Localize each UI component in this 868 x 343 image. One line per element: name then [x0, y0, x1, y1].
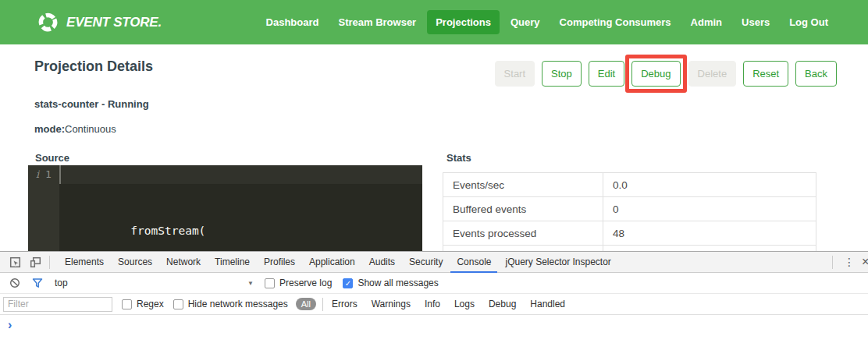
filter-divider [322, 298, 323, 311]
regex-label: Regex [137, 299, 164, 309]
nav-item[interactable]: Query [502, 10, 549, 34]
checkbox-checked-icon: ✓ [343, 278, 353, 288]
stat-label: Buffered events [443, 197, 603, 221]
preserve-log-checkbox[interactable]: Preserve log [265, 278, 332, 288]
stat-label: Events/sec [443, 173, 603, 197]
action-button-wrap: Back [795, 61, 837, 87]
filter-levels: Errors Warnings Info Logs Debug Handled [325, 299, 572, 309]
devtools-tab[interactable]: Security [403, 252, 449, 273]
hide-network-messages-label: Hide network messages [188, 299, 288, 309]
console-filter-bar: Regex Hide network messages All Errors W… [0, 294, 868, 315]
projection-name-status: stats-counter - Running [34, 98, 149, 110]
preserve-log-label: Preserve log [279, 278, 332, 288]
devtools-tab[interactable]: Application [303, 252, 361, 273]
action-button-wrap: Delete [688, 61, 737, 87]
console-filter-input[interactable] [3, 297, 112, 312]
action-button[interactable]: Debug [631, 61, 680, 87]
device-toolbar-icon[interactable] [25, 252, 45, 272]
toolbar-divider [832, 256, 833, 269]
mode-label: mode: [34, 123, 65, 135]
checkbox-unchecked-icon [265, 278, 275, 288]
devtools-panel: Elements Sources Network Timeline Profil… [0, 251, 868, 343]
filter-icon[interactable] [29, 274, 46, 292]
stat-value [603, 246, 816, 252]
filter-all-badge[interactable]: All [296, 298, 316, 310]
devtools-more-menu-icon[interactable]: ⋮ [837, 256, 862, 268]
filter-level[interactable]: Errors [325, 299, 365, 309]
stat-label [443, 246, 603, 252]
stat-label: Events processed [443, 221, 603, 246]
stat-value: 48 [603, 221, 816, 246]
clear-console-icon[interactable] [6, 274, 23, 292]
action-button-wrap: Start [495, 61, 535, 87]
logo-text: EVENT STORE. [66, 15, 162, 30]
devtools-close-icon[interactable]: × [862, 255, 868, 269]
top-navigation-bar: EVENT STORE. Dashboard Stream Browser Pr… [0, 0, 868, 44]
devtools-tab[interactable]: Console [450, 252, 497, 273]
action-button[interactable]: Back [795, 61, 837, 87]
stats-row: Buffered events 0 [443, 197, 816, 221]
nav-item[interactable]: Admin [682, 10, 731, 34]
stats-row: Events processed 48 [443, 221, 816, 246]
dropdown-caret-icon: ▼ [247, 280, 254, 287]
nav-item[interactable]: Dashboard [258, 10, 328, 34]
action-button-wrap: Stop [542, 61, 582, 87]
source-code-editor[interactable]: i 1 fromStream( '$stats-127.0.0.1:2113' … [28, 165, 422, 251]
checkbox-unchecked-icon [122, 299, 132, 309]
console-toolbar: top ▼ Preserve log ✓ Show all messages [0, 273, 868, 294]
nav-item[interactable]: Competing Consumers [551, 10, 680, 34]
action-button[interactable]: Stop [542, 61, 582, 87]
devtools-tab[interactable]: Timeline [208, 252, 256, 273]
nav-item[interactable]: Users [733, 10, 778, 34]
main-nav: Dashboard Stream Browser Projections Que… [255, 10, 837, 34]
devtools-tab[interactable]: Profiles [258, 252, 301, 273]
action-button[interactable]: Edit [589, 61, 624, 87]
filter-level[interactable]: Info [418, 299, 447, 309]
event-store-ring-icon [37, 12, 59, 33]
regex-checkbox[interactable]: Regex [122, 299, 164, 309]
devtools-tabs: Elements Sources Network Timeline Profil… [59, 252, 828, 273]
nav-item[interactable]: Projections [427, 10, 500, 34]
stats-row: Events/sec 0.0 [443, 173, 816, 197]
projection-mode: mode:Continuous [34, 123, 116, 135]
execution-context-selector[interactable]: top ▼ [55, 278, 254, 288]
devtools-tab[interactable]: Audits [363, 252, 401, 273]
gutter-line-number: 1 [45, 168, 52, 180]
checkbox-unchecked-icon [173, 299, 183, 309]
devtools-tab[interactable]: jQuery Selector Inspector [499, 252, 617, 273]
devtools-tab[interactable]: Network [160, 252, 207, 273]
code-line: fromStream( '$stats-127.0.0.1:2113' ).wh… [59, 165, 422, 184]
editor-gutter: i 1 [28, 165, 59, 251]
editor-code-area: fromStream( '$stats-127.0.0.1:2113' ).wh… [59, 165, 422, 251]
show-all-messages-checkbox[interactable]: ✓ Show all messages [343, 278, 438, 288]
console-output-area[interactable]: › [0, 315, 868, 343]
event-store-logo[interactable]: EVENT STORE. [37, 12, 162, 33]
devtools-tab-bar: Elements Sources Network Timeline Profil… [0, 252, 868, 273]
nav-item[interactable]: Stream Browser [329, 10, 425, 34]
filter-level[interactable]: Handled [523, 299, 572, 309]
action-button-wrap: Edit [589, 61, 624, 87]
stats-heading: Stats [446, 152, 471, 164]
show-all-messages-label: Show all messages [358, 278, 438, 288]
hide-network-messages-checkbox[interactable]: Hide network messages [173, 299, 288, 309]
filter-level[interactable]: Logs [447, 299, 482, 309]
code-token: fromStream( [130, 225, 205, 237]
toolbar-divider [49, 256, 50, 269]
source-heading: Source [35, 152, 69, 164]
gutter-info-annotation-icon: i [36, 168, 39, 180]
action-button[interactable]: Start [495, 61, 535, 87]
devtools-tab[interactable]: Sources [112, 252, 158, 273]
projection-action-buttons: Start Stop Edit Debug Delete Reset Bac [488, 61, 837, 87]
action-button-wrap: Debug [625, 55, 686, 93]
devtools-tab[interactable]: Elements [59, 252, 110, 273]
filter-level[interactable]: Debug [482, 299, 523, 309]
mode-value: Continuous [65, 123, 116, 135]
page-content: Projection Details Start Stop Edit Debug… [0, 44, 868, 251]
filter-level[interactable]: Warnings [365, 299, 418, 309]
page-title: Projection Details [34, 58, 153, 75]
action-button[interactable]: Reset [743, 61, 788, 87]
stats-table: Events/sec 0.0 Buffered events 0 Events … [443, 172, 816, 251]
inspect-element-icon[interactable] [5, 252, 25, 272]
nav-item[interactable]: Log Out [781, 10, 837, 34]
action-button[interactable]: Delete [688, 61, 737, 87]
